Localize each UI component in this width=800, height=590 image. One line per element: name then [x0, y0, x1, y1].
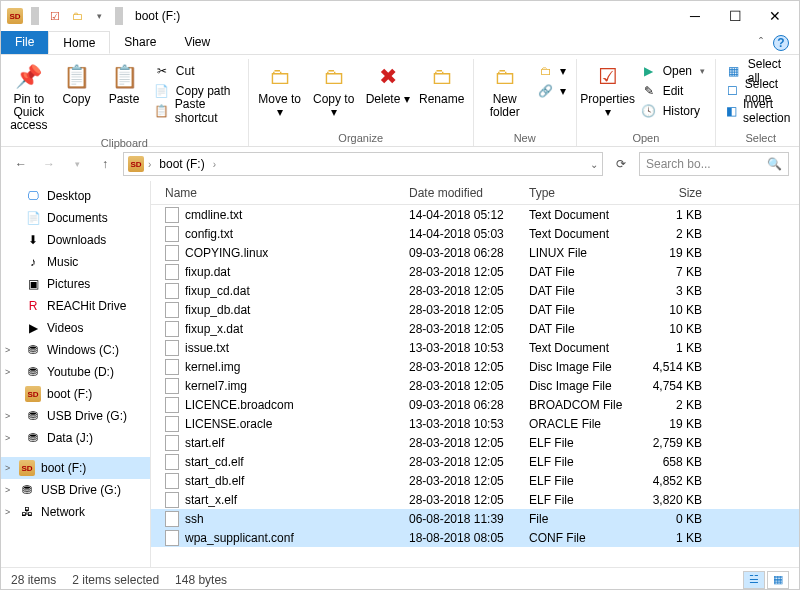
tab-share[interactable]: Share [110, 31, 170, 54]
nav-item[interactable]: >🖧Network [1, 501, 150, 523]
nav-item[interactable]: ▣Pictures [1, 273, 150, 295]
newitem-button[interactable]: 🗀▾ [534, 61, 570, 81]
nav-item[interactable]: 📄Documents [1, 207, 150, 229]
maximize-button[interactable]: ☐ [715, 2, 755, 30]
nav-item[interactable]: >SDboot (F:) [1, 457, 150, 479]
file-type: DAT File [521, 303, 641, 317]
moveto-button[interactable]: 🗀Move to ▾ [255, 59, 305, 121]
view-details-button[interactable]: ☱ [743, 571, 765, 589]
newfolder-button[interactable]: 🗀New folder [480, 59, 530, 121]
minimize-button[interactable]: ─ [675, 2, 715, 30]
nav-item-icon: ⛃ [25, 364, 41, 380]
breadcrumb[interactable]: boot (F:) [155, 157, 208, 171]
nav-item[interactable]: SDboot (F:) [1, 383, 150, 405]
column-header-size[interactable]: Size [641, 186, 721, 200]
invert-button[interactable]: ◧Invert selection [722, 101, 799, 121]
file-size: 19 KB [641, 417, 721, 431]
up-button[interactable]: ↑ [95, 154, 115, 174]
expand-icon[interactable]: > [5, 411, 10, 421]
nav-item[interactable]: 🖵Desktop [1, 185, 150, 207]
nav-item[interactable]: >⛃Windows (C:) [1, 339, 150, 361]
pin-button[interactable]: 📌Pin to Quick access [7, 59, 51, 135]
qat-properties-icon[interactable]: ☑ [45, 6, 65, 26]
edit-button[interactable]: ✎Edit [637, 81, 709, 101]
tab-view[interactable]: View [170, 31, 224, 54]
expand-icon[interactable]: > [5, 433, 10, 443]
pasteshortcut-button[interactable]: 📋Paste shortcut [150, 101, 242, 121]
file-icon [165, 492, 179, 508]
file-row[interactable]: start_db.elf28-03-2018 12:05ELF File4,85… [151, 471, 799, 490]
delete-button[interactable]: ✖Delete ▾ [363, 59, 413, 108]
chevron-icon[interactable]: › [213, 159, 216, 170]
history-button[interactable]: 🕓History [637, 101, 709, 121]
file-row[interactable]: cmdline.txt14-04-2018 05:12Text Document… [151, 205, 799, 224]
paste-button[interactable]: 📋Paste [102, 59, 146, 108]
view-icons-button[interactable]: ▦ [767, 571, 789, 589]
expand-icon[interactable]: > [5, 345, 10, 355]
forward-button[interactable]: → [39, 154, 59, 174]
expand-icon[interactable]: > [5, 463, 10, 473]
column-header-date[interactable]: Date modified [401, 186, 521, 200]
nav-item[interactable]: ♪Music [1, 251, 150, 273]
address-box[interactable]: SD › boot (F:) › ⌄ [123, 152, 603, 176]
file-name: start_db.elf [185, 474, 244, 488]
file-row[interactable]: start_cd.elf28-03-2018 12:05ELF File658 … [151, 452, 799, 471]
nav-item[interactable]: RREACHit Drive [1, 295, 150, 317]
file-size: 2 KB [641, 227, 721, 241]
file-name: COPYING.linux [185, 246, 268, 260]
open-button[interactable]: ▶Open▾ [637, 61, 709, 81]
easyaccess-button[interactable]: 🔗▾ [534, 81, 570, 101]
tab-file[interactable]: File [1, 31, 48, 54]
nav-pane[interactable]: 🖵Desktop📄Documents⬇Downloads♪Music▣Pictu… [1, 181, 151, 567]
search-input[interactable]: Search bo... 🔍 [639, 152, 789, 176]
tab-home[interactable]: Home [48, 31, 110, 54]
copyto-button[interactable]: 🗀Copy to ▾ [309, 59, 359, 121]
file-size: 1 KB [641, 341, 721, 355]
qat-dropdown-icon[interactable]: ▾ [89, 6, 109, 26]
file-row[interactable]: issue.txt13-03-2018 10:53Text Document1 … [151, 338, 799, 357]
file-row[interactable]: COPYING.linux09-03-2018 06:28LINUX File1… [151, 243, 799, 262]
file-row[interactable]: kernel.img28-03-2018 12:05Disc Image Fil… [151, 357, 799, 376]
copy-button[interactable]: 📋Copy [55, 59, 99, 108]
nav-item[interactable]: ⬇Downloads [1, 229, 150, 251]
file-row[interactable]: LICENSE.oracle13-03-2018 10:53ORACLE Fil… [151, 414, 799, 433]
properties-button[interactable]: ☑Properties ▾ [583, 59, 633, 121]
column-header-name[interactable]: Name [151, 186, 401, 200]
cut-button[interactable]: ✂Cut [150, 61, 242, 81]
expand-icon[interactable]: > [5, 507, 10, 517]
file-row[interactable]: wpa_supplicant.conf18-08-2018 08:05CONF … [151, 528, 799, 547]
chevron-icon[interactable]: › [148, 159, 151, 170]
file-row[interactable]: kernel7.img28-03-2018 12:05Disc Image Fi… [151, 376, 799, 395]
qat-newfolder-icon[interactable]: 🗀 [67, 6, 87, 26]
file-row[interactable]: fixup_x.dat28-03-2018 12:05DAT File10 KB [151, 319, 799, 338]
file-row[interactable]: LICENCE.broadcom09-03-2018 06:28BROADCOM… [151, 395, 799, 414]
help-icon[interactable]: ? [773, 35, 789, 51]
nav-item[interactable]: ▶Videos [1, 317, 150, 339]
recent-button[interactable]: ▾ [67, 154, 87, 174]
nav-item[interactable]: >⛃USB Drive (G:) [1, 405, 150, 427]
file-row[interactable]: fixup_cd.dat28-03-2018 12:05DAT File3 KB [151, 281, 799, 300]
column-header-type[interactable]: Type [521, 186, 641, 200]
ribbon-collapse-icon[interactable]: ˆ [759, 36, 763, 50]
expand-icon[interactable]: > [5, 367, 10, 377]
expand-icon[interactable]: > [5, 485, 10, 495]
file-list[interactable]: Name Date modified Type Size cmdline.txt… [151, 181, 799, 567]
file-icon [165, 264, 179, 280]
nav-item-icon: ▶ [25, 320, 41, 336]
file-type: File [521, 512, 641, 526]
rename-button[interactable]: 🗀Rename [417, 59, 467, 108]
file-row[interactable]: fixup_db.dat28-03-2018 12:05DAT File10 K… [151, 300, 799, 319]
file-row[interactable]: start.elf28-03-2018 12:05ELF File2,759 K… [151, 433, 799, 452]
nav-item[interactable]: >⛃Youtube (D:) [1, 361, 150, 383]
file-row[interactable]: ssh06-08-2018 11:39File0 KB [151, 509, 799, 528]
refresh-button[interactable]: ⟳ [611, 154, 631, 174]
close-button[interactable]: ✕ [755, 2, 795, 30]
back-button[interactable]: ← [11, 154, 31, 174]
address-dropdown-icon[interactable]: ⌄ [590, 159, 598, 170]
nav-item[interactable]: >⛃Data (J:) [1, 427, 150, 449]
nav-item[interactable]: >⛃USB Drive (G:) [1, 479, 150, 501]
file-type: ELF File [521, 455, 641, 469]
file-row[interactable]: fixup.dat28-03-2018 12:05DAT File7 KB [151, 262, 799, 281]
file-row[interactable]: config.txt14-04-2018 05:03Text Document2… [151, 224, 799, 243]
file-row[interactable]: start_x.elf28-03-2018 12:05ELF File3,820… [151, 490, 799, 509]
